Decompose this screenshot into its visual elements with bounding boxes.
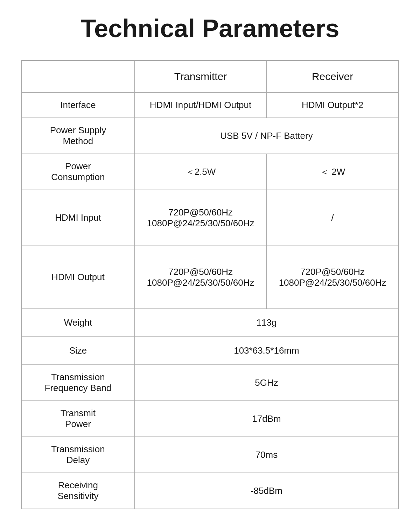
- hdmi-input-receiver: /: [267, 190, 399, 246]
- power-supply-label: Power Supply Method: [21, 118, 134, 154]
- hdmi-output-label: HDMI Output: [21, 246, 134, 309]
- page-title: Technical Parameters: [80, 14, 339, 43]
- interface-receiver: HDMI Output*2: [267, 93, 399, 118]
- receiving-sensitivity-value: -85dBm: [134, 473, 399, 509]
- transmission-delay-label: Transmission Delay: [21, 437, 134, 473]
- header-col-receiver: Receiver: [267, 61, 399, 93]
- power-supply-value: USB 5V / NP-F Battery: [134, 118, 399, 154]
- transmission-delay-value: 70ms: [134, 437, 399, 473]
- table-row-size: Size103*63.5*16mm: [21, 337, 399, 365]
- transmission-frequency-label: Transmission Frequency Band: [21, 365, 134, 401]
- hdmi-input-transmitter: 720P@50/60Hz 1080P@24/25/30/50/60Hz: [134, 190, 266, 246]
- size-label: Size: [21, 337, 134, 365]
- table-row-hdmi-output: HDMI Output720P@50/60Hz 1080P@24/25/30/5…: [21, 246, 399, 309]
- table-row-receiving-sensitivity: Receiving Sensitivity-85dBm: [21, 473, 399, 509]
- table-row-interface: InterfaceHDMI Input/HDMI OutputHDMI Outp…: [21, 93, 399, 118]
- weight-label: Weight: [21, 309, 134, 337]
- interface-label: Interface: [21, 93, 134, 118]
- table-row-weight: Weight113g: [21, 309, 399, 337]
- interface-transmitter: HDMI Input/HDMI Output: [134, 93, 266, 118]
- hdmi-output-transmitter: 720P@50/60Hz 1080P@24/25/30/50/60Hz: [134, 246, 266, 309]
- power-consumption-label: Power Consumption: [21, 154, 134, 190]
- power-consumption-receiver: ＜ 2W: [267, 154, 399, 190]
- table-row-transmit-power: Transmit Power17dBm: [21, 401, 399, 437]
- table-row-power-supply: Power Supply MethodUSB 5V / NP-F Battery: [21, 118, 399, 154]
- power-consumption-transmitter: ＜2.5W: [134, 154, 266, 190]
- header-col-transmitter: Transmitter: [134, 61, 266, 93]
- table-row-power-consumption: Power Consumption＜2.5W＜ 2W: [21, 154, 399, 190]
- parameters-table: Transmitter Receiver InterfaceHDMI Input…: [21, 60, 399, 509]
- table-row-transmission-delay: Transmission Delay70ms: [21, 437, 399, 473]
- table-header-row: Transmitter Receiver: [21, 61, 399, 93]
- transmission-frequency-value: 5GHz: [134, 365, 399, 401]
- hdmi-input-label: HDMI Input: [21, 190, 134, 246]
- size-value: 103*63.5*16mm: [134, 337, 399, 365]
- transmit-power-label: Transmit Power: [21, 401, 134, 437]
- table-row-hdmi-input: HDMI Input720P@50/60Hz 1080P@24/25/30/50…: [21, 190, 399, 246]
- weight-value: 113g: [134, 309, 399, 337]
- transmit-power-value: 17dBm: [134, 401, 399, 437]
- table-row-transmission-frequency: Transmission Frequency Band5GHz: [21, 365, 399, 401]
- receiving-sensitivity-label: Receiving Sensitivity: [21, 473, 134, 509]
- hdmi-output-receiver: 720P@50/60Hz 1080P@24/25/30/50/60Hz: [267, 246, 399, 309]
- header-col-label: [21, 61, 134, 93]
